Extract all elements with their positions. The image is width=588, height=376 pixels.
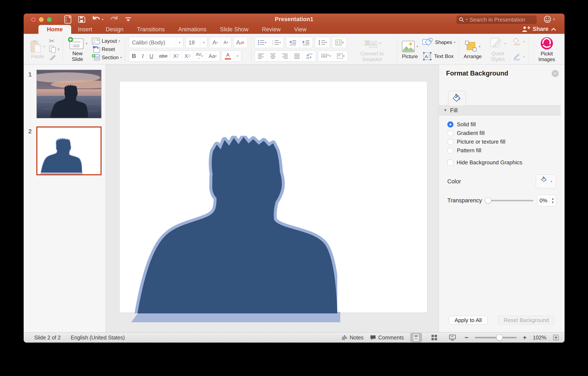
reset-button[interactable]: Reset	[92, 45, 122, 53]
superscript-button[interactable]: X2	[170, 51, 182, 61]
picture-texture-fill-radio[interactable]	[447, 139, 453, 145]
tab-transitions[interactable]: Transitions	[130, 25, 171, 34]
customize-toolbar-icon[interactable]	[125, 17, 131, 22]
gradient-fill-radio[interactable]	[447, 130, 453, 136]
italic-button[interactable]: I	[139, 51, 147, 61]
change-case-button[interactable]: Aa ▾	[206, 51, 220, 61]
slide-1-thumbnail[interactable]	[36, 70, 102, 118]
color-caret-icon[interactable]: ▾	[551, 179, 552, 183]
notes-toggle[interactable]: Notes	[341, 334, 364, 341]
slide-silhouette-graphic[interactable]	[119, 81, 428, 322]
zoom-percent[interactable]: 102%	[533, 334, 546, 341]
columns-button[interactable]: ▾	[332, 37, 346, 48]
share-button[interactable]: Share	[522, 26, 556, 32]
font-size-caret-icon[interactable]: ▾	[200, 37, 207, 48]
character-spacing-button[interactable]: AV↔ ▾	[193, 51, 206, 61]
zoom-in-button[interactable]: +	[523, 334, 527, 341]
shape-fill-button[interactable]: ▾	[513, 38, 525, 45]
solid-fill-radio[interactable]	[447, 122, 453, 128]
tab-insert[interactable]: Insert	[71, 25, 99, 34]
hide-background-graphics-checkbox[interactable]	[447, 160, 453, 166]
align-text-button[interactable]: ▾	[334, 51, 347, 61]
grow-font-button[interactable]: A▾	[210, 37, 221, 48]
zoom-slider[interactable]	[475, 337, 517, 338]
tab-slide-show[interactable]: Slide Show	[213, 25, 255, 34]
save-icon[interactable]	[78, 16, 85, 23]
copy-button[interactable]: ▾	[49, 45, 60, 53]
paste-caret-icon[interactable]: ▾	[43, 45, 45, 48]
picture-texture-fill-option[interactable]: Picture or texture fill	[447, 137, 565, 146]
bullets-button[interactable]: ▾	[255, 37, 270, 48]
picture-button[interactable]: ▾ Picture	[400, 39, 420, 60]
search-box[interactable]: ˅	[456, 15, 537, 24]
undo-button[interactable]: ▾	[92, 16, 104, 23]
numbering-button[interactable]: 123 ▾	[269, 37, 284, 48]
slide-canvas[interactable]	[105, 65, 439, 332]
search-input[interactable]	[470, 16, 540, 23]
strikethrough-button[interactable]: abe	[156, 51, 170, 61]
increase-indent-button[interactable]	[299, 37, 313, 48]
collapse-ribbon-icon[interactable]	[551, 27, 556, 31]
underline-button[interactable]: U	[147, 51, 157, 61]
close-window-button[interactable]	[31, 17, 36, 22]
convert-smartart-button[interactable]: ▾ Convert to SmartArt	[351, 36, 393, 63]
line-spacing-button[interactable]: ▾	[315, 37, 330, 48]
subscript-button[interactable]: X2	[182, 51, 193, 61]
format-painter-button[interactable]	[49, 54, 60, 61]
slide-show-view-button[interactable]	[446, 333, 458, 342]
quick-styles-button[interactable]: ▾ Quick Styles	[486, 36, 510, 62]
text-box-button[interactable]: A Text Box	[422, 51, 455, 62]
text-direction-button[interactable]	[303, 51, 316, 61]
zoom-slider-thumb[interactable]	[496, 334, 503, 341]
section-button[interactable]: Section ▾	[92, 54, 122, 61]
pickit-images-button[interactable]: Pickit Images	[532, 36, 562, 63]
font-color-button[interactable]: A	[222, 51, 234, 61]
transparency-up-icon[interactable]: ▲	[551, 197, 554, 200]
fill-tab[interactable]	[448, 91, 466, 106]
decrease-indent-button[interactable]	[286, 37, 299, 48]
fill-disclosure-icon[interactable]: ▼	[443, 108, 447, 112]
apply-to-all-button[interactable]: Apply to All	[449, 316, 487, 325]
bold-button[interactable]: B	[129, 51, 139, 61]
gradient-fill-option[interactable]: Gradient fill	[447, 129, 565, 137]
shrink-font-button[interactable]: A▾	[221, 37, 231, 48]
new-slide-button[interactable]: ▾ New Slide	[66, 36, 89, 62]
cut-button[interactable]: ✂	[49, 37, 60, 45]
shape-outline-button[interactable]: ▾	[513, 53, 525, 61]
background-color-button[interactable]: ▾	[536, 175, 556, 188]
fill-section-header[interactable]: ▼ Fill	[439, 106, 565, 115]
align-center-button[interactable]	[267, 51, 279, 61]
undo-caret-icon[interactable]: ▾	[102, 18, 104, 21]
transparency-spinner[interactable]: 0% ▲ ▼	[537, 195, 556, 206]
tab-design[interactable]: Design	[99, 25, 130, 34]
font-size-combo[interactable]: 18 ▾	[185, 37, 207, 48]
language-status[interactable]: English (United States)	[71, 334, 125, 341]
transparency-down-icon[interactable]: ▼	[551, 200, 554, 204]
pattern-fill-option[interactable]: Pattern fill	[447, 146, 565, 155]
shapes-button[interactable]: Shapes ▾	[422, 37, 455, 48]
font-name-combo[interactable]: Calibri (Body) ▾	[129, 37, 183, 48]
zoom-out-button[interactable]: −	[465, 334, 468, 341]
account-menu[interactable]: ▾	[543, 15, 555, 23]
tab-home[interactable]: Home	[38, 25, 71, 34]
search-scope-chevron-icon[interactable]: ˅	[466, 18, 468, 22]
text-orientation-button[interactable]: A ▾	[318, 51, 334, 61]
new-presentation-icon[interactable]	[64, 15, 71, 24]
panel-close-button[interactable]: ✕	[552, 70, 559, 77]
tab-animations[interactable]: Animations	[171, 25, 213, 34]
comments-toggle[interactable]: Comments	[370, 334, 404, 341]
tab-view[interactable]: View	[287, 25, 313, 34]
normal-view-button[interactable]	[410, 333, 422, 342]
solid-fill-option[interactable]: Solid fill	[447, 120, 565, 129]
paste-button[interactable]: ▾ Paste	[29, 39, 46, 60]
align-right-button[interactable]	[279, 51, 291, 61]
clear-formatting-button[interactable]: A	[234, 37, 248, 48]
reset-background-button[interactable]: Reset Background	[498, 316, 555, 325]
transparency-slider[interactable]	[486, 200, 533, 201]
zoom-window-button[interactable]	[47, 17, 52, 22]
layout-button[interactable]: Layout ▾	[92, 37, 122, 45]
panel-scrollbar[interactable]	[561, 65, 565, 332]
font-name-caret-icon[interactable]: ▾	[176, 37, 183, 48]
font-color-caret[interactable]: ▾	[234, 51, 241, 61]
align-left-button[interactable]	[255, 51, 267, 61]
